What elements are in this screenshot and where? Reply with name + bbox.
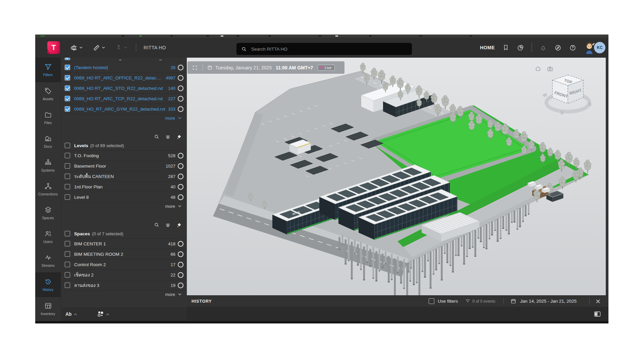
checkbox-checked[interactable]	[65, 106, 70, 112]
help-icon[interactable]	[569, 44, 576, 51]
checkbox-unchecked[interactable]	[65, 184, 70, 189]
model-filter-row[interactable]: 0069_HO RT_ARC_TCP_R22_detached.rvt 227	[61, 94, 187, 104]
search-bar[interactable]	[236, 43, 412, 55]
view-cube[interactable]: W S E TOP FRONT RIGHT	[539, 70, 596, 117]
date-range[interactable]: Jan 14, 2025 - Jan 21, 2025	[520, 299, 577, 304]
isolate-ring-toggle[interactable]	[178, 272, 183, 278]
checkbox-unchecked[interactable]	[65, 272, 70, 278]
colorize-icon[interactable]	[165, 222, 171, 228]
space-filter-row[interactable]: Control Room 2 17	[61, 259, 187, 270]
isolate-ring-toggle[interactable]	[178, 194, 183, 200]
levels-section-header[interactable]: Levels (0 of 69 selected)	[61, 141, 187, 150]
measure-tool-button[interactable]	[93, 44, 105, 52]
checkbox-unchecked[interactable]	[65, 283, 70, 288]
sidebar-item-connections[interactable]: Connections	[35, 177, 61, 201]
checkbox-unchecked[interactable]	[65, 163, 70, 169]
checkbox-unchecked[interactable]	[65, 143, 70, 148]
user-avatar[interactable]: KC	[584, 41, 605, 54]
sidebar-item-filters[interactable]: Filters	[35, 58, 61, 82]
paint-icon[interactable]	[176, 134, 182, 140]
search-icon[interactable]	[154, 134, 159, 139]
bell-icon[interactable]	[540, 44, 547, 51]
isolate-ring-toggle[interactable]	[178, 184, 183, 190]
level-filter-row[interactable]: ระดับพื้น CANTEEN 287	[61, 171, 187, 182]
isolate-ring-toggle[interactable]	[178, 96, 183, 102]
space-filter-row[interactable]: BIM MEETING ROOM 2 66	[61, 249, 187, 259]
dot-cluster-tool[interactable]	[97, 311, 109, 317]
checkbox-checked[interactable]	[65, 65, 70, 70]
orbit-tool-button[interactable]	[70, 44, 83, 52]
sidebar-item-assets[interactable]: Assets	[35, 82, 61, 106]
pie-chart-icon[interactable]	[517, 44, 524, 51]
isolate-ring-toggle[interactable]	[178, 251, 183, 257]
timeline-date[interactable]: Tuesday, January 21, 2025	[215, 65, 272, 70]
close-history-button[interactable]	[596, 299, 600, 304]
checkbox-unchecked[interactable]	[65, 251, 70, 257]
model-viewport[interactable]: RITTA Tuesday, January 21, 2025 11:00 AM…	[187, 58, 606, 295]
compass-icon[interactable]	[554, 44, 561, 51]
search-input[interactable]	[251, 46, 407, 52]
level-filter-row[interactable]: T.O. Footing 528	[61, 150, 187, 161]
sidebar-item-users[interactable]: Users	[35, 225, 61, 249]
paint-icon[interactable]	[176, 222, 182, 228]
model-filter-row[interactable]: 0069_HO RT_ARC_OFFICE_R22_detached... 49…	[61, 73, 187, 83]
sidebar-item-streams[interactable]: Streams	[35, 249, 61, 273]
use-filters-label[interactable]: Use filters	[438, 299, 458, 304]
isolate-ring-toggle[interactable]	[178, 75, 183, 81]
checkbox-unchecked[interactable]	[65, 194, 70, 200]
connect-tool-button[interactable]	[115, 44, 127, 51]
tandem-logo[interactable]: T	[47, 41, 60, 54]
sidebar-item-inventory[interactable]: Inventory	[35, 297, 61, 321]
checkbox-unchecked[interactable]	[65, 231, 70, 236]
home-button[interactable]: HOME	[480, 45, 495, 50]
bookmark-icon[interactable]	[502, 44, 509, 51]
checkbox-unchecked[interactable]	[65, 241, 70, 246]
checkbox-unchecked[interactable]	[65, 174, 70, 179]
space-filter-row[interactable]: ลานส่งของ 3 19	[61, 280, 187, 291]
model-filter-row[interactable]: 0069_HO RT_ARC_STO_R22_detached.rvt 140	[61, 83, 187, 94]
models-more-button[interactable]: more	[61, 114, 187, 122]
calendar-icon[interactable]	[511, 298, 516, 304]
isolate-ring-toggle[interactable]	[178, 65, 183, 70]
isolate-ring-toggle[interactable]	[178, 262, 183, 267]
search-icon[interactable]	[154, 222, 159, 228]
use-filters-checkbox[interactable]	[429, 298, 434, 304]
isolate-ring-toggle[interactable]	[178, 283, 183, 288]
text-display-tool[interactable]: Ab	[65, 311, 77, 317]
isolate-ring-toggle[interactable]	[178, 85, 183, 91]
isolate-ring-toggle[interactable]	[178, 174, 183, 179]
isolate-ring-toggle[interactable]	[178, 153, 183, 159]
spaces-section-header[interactable]: Spaces (0 of 7 selected)	[61, 229, 187, 239]
chevron-down-icon	[124, 47, 127, 49]
sidebar-item-spaces[interactable]: Spaces	[35, 201, 61, 225]
live-badge[interactable]: Live	[318, 65, 335, 71]
spaces-more-button[interactable]: more	[61, 291, 187, 298]
sidebar-item-files[interactable]: Files	[35, 106, 61, 130]
checkbox-unchecked[interactable]	[65, 153, 70, 158]
checkbox-checked[interactable]	[65, 85, 70, 91]
level-filter-row[interactable]: 1rd.Floor Plan 40	[61, 182, 187, 192]
checkbox-unchecked[interactable]	[65, 262, 70, 267]
levels-more-button[interactable]: more	[61, 202, 187, 210]
isolate-ring-toggle[interactable]	[178, 106, 183, 112]
sidebar-item-docs[interactable]: Docs	[35, 130, 61, 154]
checkbox-checked[interactable]	[65, 96, 70, 101]
level-filter-row[interactable]: Basement Floor 1027	[61, 161, 187, 171]
colorize-icon[interactable]	[165, 134, 171, 140]
compass-west[interactable]: W	[542, 92, 548, 98]
split-pane-button[interactable]	[594, 311, 601, 317]
space-filter-row[interactable]: BIM CENTER 1 418	[61, 239, 187, 249]
model-filter-row[interactable]: 0069_HO_RT_ARC_GYM_R22_detached.rvt 333	[61, 104, 187, 114]
space-filter-row[interactable]: เช็คของ 2 22	[61, 270, 187, 280]
timeline-time[interactable]: 11:00 AM GMT+7	[276, 65, 313, 70]
checkbox-checked[interactable]	[65, 75, 70, 80]
sidebar-item-systems[interactable]: Systems	[35, 154, 61, 177]
isolate-ring-toggle[interactable]	[178, 163, 183, 169]
level-filter-row[interactable]: Level 8 48	[61, 192, 187, 202]
isolate-ring-toggle[interactable]	[178, 241, 183, 247]
model-filter-row[interactable]: (Tandem hosted) 28	[61, 62, 187, 73]
compass-south[interactable]: S	[560, 110, 564, 116]
sidebar-item-history[interactable]: History	[35, 273, 61, 297]
expand-icon[interactable]	[192, 65, 198, 70]
users-icon	[44, 230, 52, 238]
